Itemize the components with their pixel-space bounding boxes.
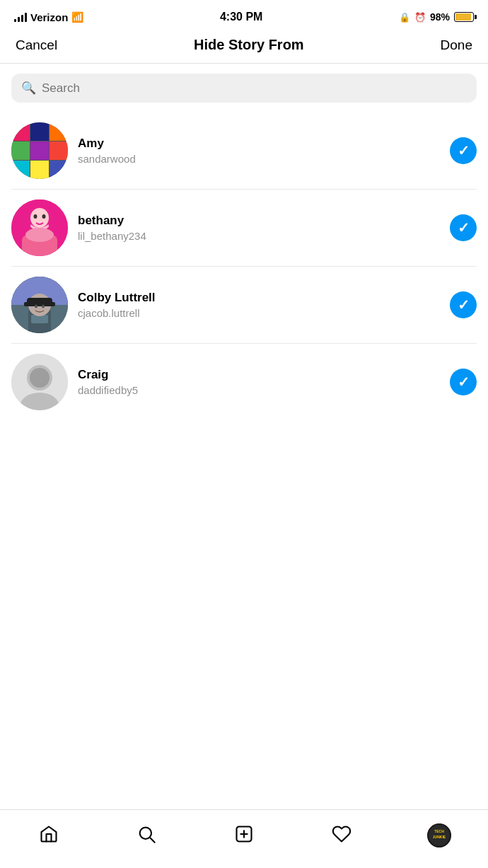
signal-bars xyxy=(14,12,27,22)
avatar-bethany xyxy=(11,199,68,256)
user-item-craig[interactable]: Craig daddifiedby5 ✓ xyxy=(11,344,477,420)
svg-point-7 xyxy=(48,209,59,232)
svg-line-25 xyxy=(150,838,154,842)
profile-avatar-inner: TECH JUNKIE xyxy=(427,823,451,847)
search-icon: 🔍 xyxy=(21,81,36,96)
svg-rect-17 xyxy=(24,302,55,306)
status-left: Verizon 📶 xyxy=(14,11,83,23)
avatar-colby xyxy=(11,277,68,333)
user-name-craig: Craig xyxy=(78,368,440,382)
select-button-bethany[interactable]: ✓ xyxy=(450,214,477,241)
svg-point-9 xyxy=(34,214,37,219)
svg-point-19 xyxy=(42,305,45,308)
profile-avatar: TECH JUNKIE xyxy=(427,823,451,847)
svg-point-18 xyxy=(35,305,37,308)
user-info-colby: Colby Luttrell cjacob.luttrell xyxy=(78,291,440,319)
heart-icon xyxy=(332,824,352,847)
tab-activity[interactable] xyxy=(324,818,359,853)
search-container: 🔍 xyxy=(0,64,488,112)
carrier-label: Verizon xyxy=(30,11,68,23)
cancel-button[interactable]: Cancel xyxy=(16,37,57,53)
svg-point-6 xyxy=(20,209,31,232)
navigation-bar: Cancel Hide Story From Done xyxy=(0,31,488,64)
search-input[interactable] xyxy=(42,81,467,96)
checkmark-colby: ✓ xyxy=(458,298,470,312)
user-name-bethany: bethany xyxy=(78,214,440,228)
checkmark-amy: ✓ xyxy=(458,144,470,158)
search-bar[interactable]: 🔍 xyxy=(11,74,477,103)
svg-text:TECH: TECH xyxy=(434,829,444,833)
user-info-amy: Amy sandarwood xyxy=(78,137,440,165)
lock-icon: 🔒 xyxy=(399,12,410,23)
search-tab-icon xyxy=(136,824,156,847)
page-title: Hide Story From xyxy=(194,37,304,53)
add-icon xyxy=(234,824,254,847)
user-item-amy[interactable]: Amy sandarwood ✓ xyxy=(11,112,477,190)
svg-point-4 xyxy=(25,228,54,242)
tab-profile[interactable]: TECH JUNKIE xyxy=(422,818,457,853)
signal-bar-2 xyxy=(18,17,20,22)
user-list: Amy sandarwood ✓ xyxy=(0,112,488,420)
tab-search[interactable] xyxy=(129,818,164,853)
select-button-craig[interactable]: ✓ xyxy=(450,369,477,395)
tab-add[interactable] xyxy=(226,818,262,853)
svg-point-10 xyxy=(42,214,46,219)
user-info-craig: Craig daddifiedby5 xyxy=(78,368,440,396)
avatar-amy xyxy=(11,122,68,179)
signal-bar-1 xyxy=(14,19,16,22)
checkmark-craig: ✓ xyxy=(458,375,470,389)
select-button-amy[interactable]: ✓ xyxy=(450,137,477,164)
user-name-colby: Colby Luttrell xyxy=(78,291,440,305)
status-bar: Verizon 📶 4:30 PM 🔒 ⏰ 98% xyxy=(0,0,488,31)
battery-percent: 98% xyxy=(430,11,450,23)
signal-bar-3 xyxy=(21,15,23,22)
select-button-colby[interactable]: ✓ xyxy=(450,291,477,318)
tab-home[interactable] xyxy=(31,818,66,853)
user-handle-colby: cjacob.luttrell xyxy=(78,307,440,319)
alarm-icon: ⏰ xyxy=(414,12,426,23)
svg-point-22 xyxy=(30,368,50,388)
user-handle-bethany: lil_bethany234 xyxy=(78,230,440,242)
home-icon xyxy=(39,824,59,847)
time-label: 4:30 PM xyxy=(220,11,262,23)
avatar-craig xyxy=(11,354,68,410)
signal-bar-4 xyxy=(25,13,27,22)
user-item-bethany[interactable]: bethany lil_bethany234 ✓ xyxy=(11,190,477,267)
done-button[interactable]: Done xyxy=(441,37,472,53)
user-info-bethany: bethany lil_bethany234 xyxy=(78,214,440,242)
svg-text:JUNKIE: JUNKIE xyxy=(433,835,446,839)
user-item-colby[interactable]: Colby Luttrell cjacob.luttrell ✓ xyxy=(11,267,477,344)
checkmark-bethany: ✓ xyxy=(458,221,470,235)
user-name-amy: Amy xyxy=(78,137,440,151)
status-right: 🔒 ⏰ 98% xyxy=(399,11,474,23)
user-handle-amy: sandarwood xyxy=(78,153,440,165)
user-handle-craig: daddifiedby5 xyxy=(78,384,440,396)
battery-icon xyxy=(454,12,474,22)
tab-bar: TECH JUNKIE xyxy=(0,809,488,868)
wifi-icon: 📶 xyxy=(71,11,83,23)
